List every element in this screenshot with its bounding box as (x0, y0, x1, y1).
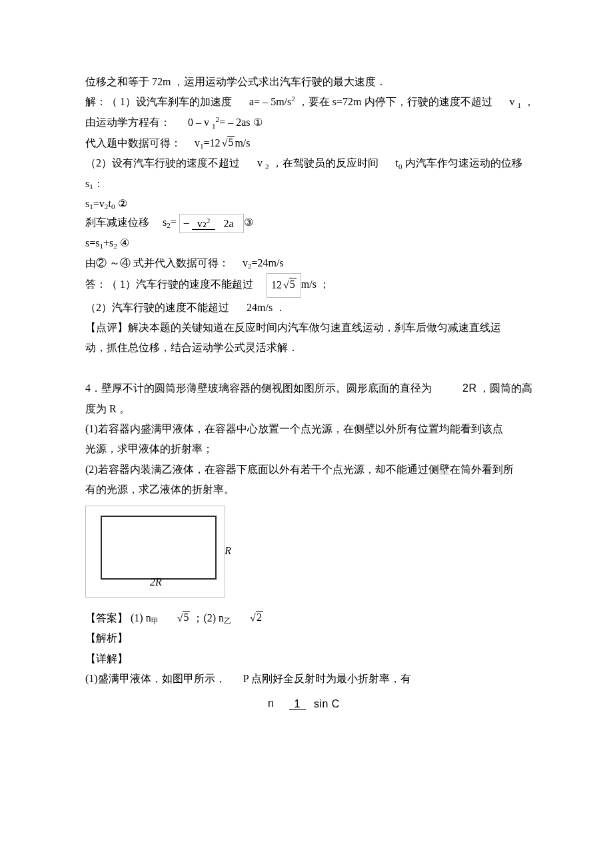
text: v (195, 137, 200, 149)
text: 答：（ 1）汽车行驶的速度不能超过 (85, 278, 253, 290)
num: 12 (271, 279, 282, 290)
subscript: 1 (89, 183, 93, 191)
body-line: 【详解】 (85, 649, 528, 669)
text: 代入题中数据可得： (85, 137, 181, 149)
text: ， (524, 97, 534, 108)
subscript: 1 (200, 142, 204, 150)
body-line: 刹车减速位移 s2= – v₂2 2a ③ (85, 214, 528, 232)
text: v (257, 157, 263, 169)
fraction: v₂2 2a (192, 216, 239, 230)
text: m/s (235, 137, 250, 149)
numerator: v₂2 (192, 218, 216, 230)
text: v (243, 257, 248, 268)
question-line: (2)若容器内装满乙液体，在容器下底面以外有若干个点光源，却不能通过侧壁在筒外看… (85, 460, 528, 480)
sqrt-icon: 2 (249, 608, 263, 628)
body-line: 答：（ 1）汽车行驶的速度不能超过 125m/s ； (85, 273, 528, 297)
subscript: 乙 (224, 617, 231, 625)
var-n: n (268, 697, 274, 709)
text: 位移之和等于 (85, 76, 149, 87)
text: (1)盛满甲液体，如图甲所示， (85, 673, 226, 684)
body-line: （2）设有汽车行驶的速度不超过 v 2 ，在驾驶员的反应时间 t0 内汽车作匀速… (85, 153, 528, 173)
neg-sign: – (184, 217, 189, 228)
text: ③ (244, 217, 253, 228)
sqrt-icon: 5 (282, 275, 297, 295)
body-line: 【解析】 (85, 628, 528, 648)
body-line: s=s1+s2 ④ (85, 233, 528, 253)
text: s=s (85, 237, 99, 248)
text: v (510, 97, 515, 108)
text: （2）汽车行驶的速度不能超过 (85, 302, 229, 313)
radicand: 2 (256, 611, 263, 623)
question-line: (1)若容器内盛满甲液体，在容器中心放置一个点光源，在侧壁以外所有位置均能看到该… (85, 419, 528, 439)
text: ② (115, 198, 127, 209)
text: =12 (204, 137, 221, 149)
text: ： (93, 178, 104, 189)
text: 由运动学方程有： (85, 117, 171, 128)
fraction: 1 sin C (289, 694, 345, 714)
text: ，要在 s=72m 内停下，行驶的速度不超过 (298, 97, 492, 108)
question-line: 有的光源，求乙液体的折射率。 (85, 480, 528, 500)
text: 解：（ 1）设汽车刹车的加速度 (85, 97, 232, 108)
body-line: 由② ～④ 式并代入数据可得： v2=24m/s (85, 253, 528, 273)
question-line: 光源，求甲液体的折射率； (85, 439, 528, 459)
text: 【答案】 (1) n (85, 612, 151, 624)
text: +s (103, 237, 113, 248)
subscript: 甲 (151, 617, 159, 625)
rectangle-shape: R 2R (101, 516, 217, 580)
text: 0 – v (188, 117, 209, 128)
subscript: 0 (111, 203, 115, 211)
label-R: R (225, 541, 231, 561)
subscript: 2 (248, 262, 252, 270)
fraction-image: – v₂2 2a (179, 214, 244, 232)
radicand: 5 (183, 611, 190, 623)
subscript: 1 (99, 242, 103, 250)
text: ；(2) n (193, 612, 224, 624)
body-line: （2）汽车行驶的速度不能超过 24m/s ． (85, 298, 528, 318)
container-figure: R 2R (85, 506, 225, 598)
body-line: 代入题中数据可得： v1=125m/s (85, 133, 528, 153)
subscript: 2 (265, 163, 269, 171)
text: =v (93, 198, 105, 209)
numerator: 1 (289, 698, 306, 710)
text: 24m/s ． (247, 302, 286, 313)
text: a= – 5m/s (249, 97, 291, 108)
text: m/s ； (301, 278, 330, 290)
text: （2）设有汽车行驶的速度不超过 (85, 157, 240, 169)
text: ④ (117, 237, 129, 248)
text: 4．壁厚不计的圆筒形薄壁玻璃容器的侧视图如图所示。圆形底面的直径为 (85, 382, 432, 394)
boxed-expression: 125 (267, 273, 301, 297)
body-line: (1)盛满甲液体，如图甲所示， P 点刚好全反射时为最小折射率，有 (85, 669, 528, 689)
body-line: s1=v2t0 ② (85, 194, 528, 214)
text: = (171, 217, 177, 228)
subscript: 2 (113, 242, 117, 250)
subscript: 1 (518, 101, 522, 109)
question-line: 4．壁厚不计的圆筒形薄壁玻璃容器的侧视图如图所示。圆形底面的直径为 2R ，圆筒… (85, 378, 528, 398)
subscript: 1 (89, 203, 93, 211)
text: = – 2as ① (219, 117, 262, 128)
text: P 点刚好全反射时为最小折射率，有 (243, 673, 411, 684)
sqrt-icon: 5 (176, 608, 191, 628)
body-line: 解：（ 1）设汽车刹车的加速度 a= – 5m/s2 ，要在 s=72m 内停下… (85, 92, 528, 113)
body-line: 位移之和等于 72m ，运用运动学公式求出汽车行驶的最大速度． (85, 72, 528, 92)
answer-line: 【答案】 (1) n甲 5 ；(2) n乙 2 (85, 608, 528, 628)
radicand: 5 (227, 136, 235, 148)
formula-centered: n 1 sin C (85, 693, 528, 715)
sqrt-icon: 5 (221, 133, 235, 153)
subscript: 2 (167, 221, 171, 229)
spacer (85, 358, 528, 378)
subscript: 1 (212, 122, 216, 130)
body-line: s1： (85, 174, 528, 194)
denominator: 2a (218, 218, 239, 229)
subscript: 0 (398, 163, 402, 171)
body-line: 动，抓住总位移，结合运动学公式灵活求解． (85, 338, 528, 358)
text: ，在驾驶员的反应时间 (272, 157, 378, 169)
body-line: 由运动学方程有： 0 – v 12= – 2as ① (85, 113, 528, 133)
body-line: 【点评】解决本题的关键知道在反应时间内汽车做匀速直线运动，刹车后做匀减速直线运 (85, 318, 528, 338)
denominator: sin C (308, 698, 345, 709)
exponent: 2 (291, 95, 295, 103)
radicand: 5 (289, 278, 297, 290)
text: 内汽车作匀速运动的位移 (405, 157, 522, 169)
label-2R: 2R (150, 572, 162, 592)
text: 72m ，运用运动学公式求出汽车行驶的最大速度． (149, 76, 386, 87)
text: 由② ～④ 式并代入数据可得： (85, 257, 229, 268)
